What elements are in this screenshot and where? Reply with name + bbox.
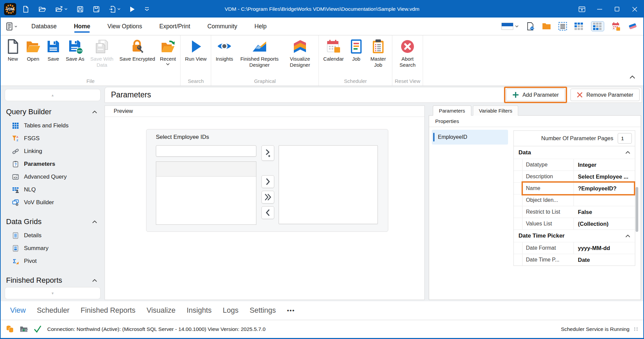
property-row-date-time-picker-type[interactable]: Date Time P...Date bbox=[514, 254, 635, 266]
menu-help[interactable]: Help bbox=[254, 18, 267, 35]
save-icon[interactable] bbox=[77, 6, 84, 13]
visualize-designer-button[interactable]: Visualize Designer bbox=[283, 37, 316, 69]
employee-id-input[interactable] bbox=[156, 145, 256, 157]
finished-reports-designer-button[interactable]: Finished Reports Designer bbox=[235, 37, 283, 69]
grid-layout-selected-icon[interactable] bbox=[591, 21, 604, 31]
group-label-reset-view: Reset View bbox=[394, 78, 421, 86]
insights-button[interactable]: Insights bbox=[213, 37, 235, 63]
grid-layout-icon[interactable] bbox=[575, 23, 584, 30]
save-with-data-button[interactable]: Save With Data bbox=[87, 37, 117, 69]
calendar-icon[interactable] bbox=[612, 22, 621, 31]
ribbon-menu-icon[interactable] bbox=[6, 22, 17, 31]
property-row-datatype[interactable]: DatatypeInteger bbox=[514, 159, 635, 171]
move-right-button[interactable] bbox=[261, 175, 274, 188]
sidebar-item-vov-builder[interactable]: VoV Builder bbox=[3, 196, 102, 209]
property-row-date-format[interactable]: Date Formatyyyy-MM-dd bbox=[514, 242, 635, 254]
maximize-icon[interactable] bbox=[608, 1, 626, 18]
tab-scheduler[interactable]: Scheduler bbox=[37, 306, 69, 315]
save-as-icon[interactable] bbox=[93, 6, 100, 13]
menu-export-print[interactable]: Export/Print bbox=[159, 18, 191, 35]
selected-values-list[interactable] bbox=[279, 145, 378, 224]
quick-access-toolbar bbox=[22, 6, 149, 13]
sidebar-item-parameters[interactable]: ?Parameters bbox=[3, 158, 102, 171]
sidebar-item-summary[interactable]: Summary bbox=[3, 242, 102, 255]
open-icon[interactable] bbox=[38, 6, 46, 13]
sidebar-collapse-handle[interactable]: ▲ bbox=[5, 89, 101, 101]
toolbar-toggle-icon[interactable] bbox=[573, 1, 591, 18]
sidebar-item-details[interactable]: Details bbox=[3, 229, 102, 242]
tab-insights[interactable]: Insights bbox=[187, 306, 212, 315]
menu-community[interactable]: Community bbox=[207, 18, 238, 35]
page-settings-icon[interactable] bbox=[526, 22, 535, 31]
move-all-right-button[interactable] bbox=[261, 191, 274, 204]
job-button[interactable]: Job bbox=[346, 37, 366, 63]
move-left-button[interactable] bbox=[261, 206, 274, 219]
scheduler-status-text: Scheduler Service is Running bbox=[561, 326, 629, 332]
sidebar-item-advanced-query[interactable]: <>Advanced Query bbox=[3, 171, 102, 183]
sidebar-item-pivot[interactable]: ΣPivot bbox=[3, 255, 102, 268]
group-data[interactable]: Data bbox=[514, 146, 635, 159]
parameter-pages-input[interactable] bbox=[618, 133, 632, 144]
minimize-icon[interactable] bbox=[591, 1, 608, 18]
property-row-name[interactable]: Name?EmployeeID? bbox=[514, 182, 635, 194]
add-value-button[interactable] bbox=[261, 145, 274, 161]
run-view-button[interactable]: Run View bbox=[183, 37, 209, 63]
tab-view[interactable]: View bbox=[10, 306, 26, 315]
available-values-list[interactable] bbox=[156, 161, 256, 225]
list-selection-icon[interactable] bbox=[558, 22, 567, 31]
section-query-builder[interactable]: Query Builder bbox=[3, 104, 102, 119]
property-row-values-list[interactable]: Values List(Collection) bbox=[514, 218, 635, 229]
tab-more[interactable]: ••• bbox=[287, 307, 295, 314]
section-data-grids[interactable]: Data Grids bbox=[3, 214, 102, 229]
tab-variable-filters[interactable]: Variable Filters bbox=[473, 105, 519, 116]
new-button[interactable]: New bbox=[3, 37, 23, 63]
resize-grip[interactable] bbox=[634, 328, 638, 331]
remove-parameter-button[interactable]: Remove Parameter bbox=[570, 89, 640, 101]
open-button[interactable]: Open bbox=[23, 37, 43, 63]
group-date-time-picker[interactable]: Date Time Picker bbox=[514, 229, 635, 242]
abort-search-button[interactable]: Abort Search bbox=[394, 37, 421, 69]
link-icon bbox=[12, 148, 19, 155]
sidebar-item-fsgs[interactable]: AZFSGS bbox=[3, 132, 102, 145]
save-encrypted-button[interactable]: Save Encrypted bbox=[117, 37, 158, 63]
tab-visualize[interactable]: Visualize bbox=[147, 306, 176, 315]
tab-logs[interactable]: Logs bbox=[223, 306, 239, 315]
folder-icon[interactable] bbox=[542, 23, 551, 30]
calendar-icon bbox=[326, 39, 341, 54]
ribbon-group-reset-view: Abort Search Reset View bbox=[392, 35, 423, 86]
close-icon[interactable] bbox=[626, 1, 643, 18]
save-as-button[interactable]: Save As bbox=[63, 37, 87, 63]
add-parameter-button[interactable]: Add Parameter bbox=[506, 89, 565, 101]
menu-database[interactable]: Database bbox=[31, 18, 57, 35]
sidebar-item-tables-and-fields[interactable]: Tables and Fields bbox=[3, 119, 102, 132]
preview-tab[interactable]: Preview bbox=[105, 106, 424, 117]
tab-parameters[interactable]: Parameters bbox=[433, 105, 471, 116]
property-row-restrict-to-list[interactable]: Restrict to ListFalse bbox=[514, 206, 635, 218]
tab-finished-reports[interactable]: Finished Reports bbox=[81, 306, 136, 315]
section-finished-reports[interactable]: Finished Reports bbox=[3, 272, 102, 286]
sidebar-item-linking[interactable]: Linking bbox=[3, 145, 102, 158]
parameter-list-item-employeeid[interactable]: EmployeeID bbox=[432, 130, 508, 145]
tab-settings[interactable]: Settings bbox=[250, 306, 276, 315]
collapse-ribbon-icon[interactable] bbox=[629, 74, 635, 80]
list-row[interactable] bbox=[156, 162, 256, 177]
sidebar-item-nlq[interactable]: NLQ bbox=[3, 183, 102, 196]
recent-button[interactable]: Recent bbox=[158, 37, 178, 67]
menu-home[interactable]: Home bbox=[73, 18, 91, 35]
customize-toolbar-icon[interactable] bbox=[144, 7, 149, 11]
open-menu-icon[interactable] bbox=[55, 6, 67, 13]
master-job-button[interactable]: Master Job bbox=[366, 37, 390, 69]
scrollbar-thumb[interactable] bbox=[636, 187, 638, 232]
sidebar-expand-handle[interactable]: ▼ bbox=[5, 287, 101, 299]
property-row-object-identifier[interactable]: Object Iden... bbox=[514, 194, 635, 206]
theme-swatch[interactable] bbox=[501, 23, 519, 30]
export-icon[interactable] bbox=[109, 6, 120, 13]
menu-view-options[interactable]: View Options bbox=[107, 18, 143, 35]
eraser-icon[interactable] bbox=[628, 22, 637, 30]
calendar-button[interactable]: Calendar bbox=[321, 37, 346, 63]
run-icon[interactable] bbox=[130, 6, 135, 12]
property-grid-area: Number Of Parameter Pages Data DatatypeI… bbox=[510, 127, 641, 300]
new-file-icon[interactable] bbox=[22, 6, 29, 13]
property-row-description[interactable]: DescriptionSelect Employee ... bbox=[514, 171, 635, 182]
save-button[interactable]: Save bbox=[43, 37, 63, 63]
